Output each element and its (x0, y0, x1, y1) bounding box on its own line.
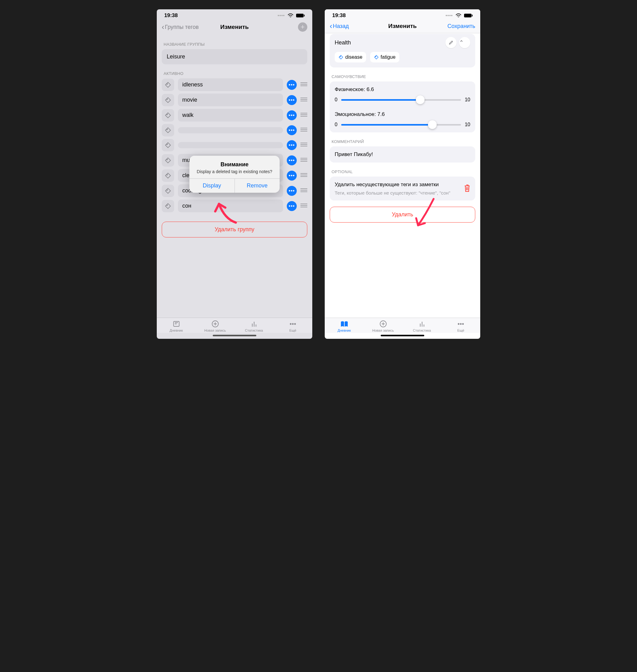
tag-icon (339, 55, 343, 60)
comment-input[interactable]: Привет Пикабу! (330, 146, 475, 163)
tag-icon (374, 55, 379, 60)
collapse-button[interactable]: ⌃ (459, 37, 470, 48)
svg-rect-47 (464, 14, 472, 17)
health-title-label: Health (335, 39, 443, 46)
svg-point-50 (376, 56, 376, 57)
drag-handle-icon[interactable] (301, 142, 307, 148)
physical-slider[interactable] (341, 99, 461, 101)
home-indicator[interactable] (381, 335, 424, 336)
status-time: 19:38 (164, 13, 178, 19)
tab-new-entry[interactable]: Новая запись (196, 320, 235, 332)
tag-name-input[interactable]: walk (178, 109, 283, 122)
svg-point-26 (167, 174, 168, 175)
drag-handle-icon[interactable] (301, 82, 307, 88)
tag-icon (162, 124, 174, 136)
tab-stats[interactable]: Статистика (235, 320, 273, 332)
tag-menu-button[interactable]: ••• (287, 171, 297, 181)
drag-handle-icon[interactable] (301, 203, 307, 209)
trash-button[interactable] (463, 184, 471, 193)
bar-chart-icon (402, 320, 441, 328)
tag-name-input[interactable]: cooking (178, 184, 283, 197)
tag-menu-button[interactable]: ••• (287, 125, 297, 135)
tag-row: music ••• (162, 154, 307, 167)
drag-handle-icon[interactable] (301, 97, 307, 103)
trash-icon (463, 184, 471, 192)
tag-name-input[interactable] (178, 127, 283, 133)
content-area: НАЗВАНИЕ ГРУППЫ Leisure АКТИВНО idleness… (157, 35, 312, 318)
tab-bar: Дневник Новая запись Статистика ••• Ещё (157, 318, 312, 333)
home-indicator[interactable] (213, 335, 256, 336)
tag-name-input[interactable]: movie (178, 94, 283, 106)
book-icon (325, 320, 364, 328)
tag-row: cleaning ••• (162, 169, 307, 182)
tag-row: cooking ••• (162, 184, 307, 197)
tag-name-input[interactable]: idleness (178, 78, 283, 91)
slider-max: 10 (465, 122, 470, 127)
svg-point-22 (167, 159, 168, 160)
tab-label: Ещё (441, 329, 480, 332)
tab-more[interactable]: ••• Ещё (273, 320, 312, 332)
emotional-slider[interactable] (341, 124, 461, 126)
back-button[interactable]: ‹ Назад (330, 22, 349, 30)
phone-right: 19:38 •••• ‹ Назад Изменить Сохранить He… (325, 9, 480, 339)
plus-circle-icon (196, 320, 235, 328)
tag-chip-label: disease (345, 54, 362, 60)
status-bar: 19:38 •••• (325, 9, 480, 20)
plus-circle-icon (364, 320, 402, 328)
tab-bar: Дневник Новая запись Статистика ••• Ещё (325, 318, 480, 333)
svg-rect-0 (296, 14, 304, 17)
nav-bar: ‹ Группы тегов Изменить + (157, 20, 312, 35)
status-bar: 19:38 •••• (157, 9, 312, 20)
tag-icon (162, 109, 174, 122)
ellipsis-icon: ••• (441, 320, 480, 328)
emotional-label: Эмоциональное: 7.6 (335, 111, 470, 117)
svg-point-18 (167, 144, 168, 145)
drag-handle-icon[interactable] (301, 173, 307, 179)
tag-menu-button[interactable]: ••• (287, 140, 297, 150)
tab-new-entry[interactable]: Новая запись (364, 320, 402, 332)
tag-icon (162, 94, 174, 106)
tag-name-input[interactable]: сон (178, 200, 283, 212)
tag-chip-disease[interactable]: disease (335, 52, 366, 62)
tag-menu-button[interactable]: ••• (287, 186, 297, 196)
tab-label: Новая запись (364, 329, 402, 332)
tag-row: walk ••• (162, 109, 307, 122)
remove-orphan-tags-card: Удалить несуществующие теги из заметки Т… (330, 176, 475, 201)
svg-point-34 (167, 205, 168, 205)
tag-chip-fatigue[interactable]: fatigue (370, 52, 399, 62)
tab-stats[interactable]: Статистика (402, 320, 441, 332)
tag-menu-button[interactable]: ••• (287, 80, 297, 90)
delete-button[interactable]: Удалить (330, 207, 475, 223)
tab-label: Ещё (273, 329, 312, 332)
delete-group-button[interactable]: Удалить группу (162, 222, 307, 238)
edit-button[interactable] (445, 37, 457, 48)
tag-menu-button[interactable]: ••• (287, 95, 297, 105)
wellbeing-section-label: САМОЧУВСТВИЕ (330, 68, 475, 81)
tab-diary[interactable]: Дневник (157, 320, 196, 332)
tab-label: Дневник (325, 329, 364, 332)
bar-chart-icon (235, 320, 273, 328)
chevron-up-icon: ⌃ (459, 39, 470, 46)
tag-name-input[interactable]: cleaning (178, 169, 283, 182)
slider-min: 0 (335, 122, 338, 127)
drag-handle-icon[interactable] (301, 127, 307, 133)
add-button[interactable]: + (298, 22, 307, 32)
tag-menu-button[interactable]: ••• (287, 201, 297, 211)
tag-name-input[interactable]: music (178, 154, 283, 167)
drag-handle-icon[interactable] (301, 113, 307, 118)
tag-menu-button[interactable]: ••• (287, 110, 297, 120)
drag-handle-icon[interactable] (301, 157, 307, 163)
tag-name-input[interactable] (178, 142, 283, 148)
drag-handle-icon[interactable] (301, 188, 307, 194)
tab-more[interactable]: ••• Ещё (441, 320, 480, 332)
back-button[interactable]: ‹ Группы тегов (162, 23, 199, 31)
tab-diary[interactable]: Дневник (325, 320, 364, 332)
group-name-input[interactable]: Leisure (162, 49, 307, 64)
pencil-icon (449, 40, 454, 45)
tag-menu-button[interactable]: ••• (287, 155, 297, 165)
tag-icon (162, 139, 174, 151)
tab-label: Новая запись (196, 329, 235, 332)
ellipsis-icon: ••• (273, 320, 312, 328)
nav-bar: ‹ Назад Изменить Сохранить (325, 20, 480, 33)
save-button[interactable]: Сохранить (448, 23, 475, 30)
